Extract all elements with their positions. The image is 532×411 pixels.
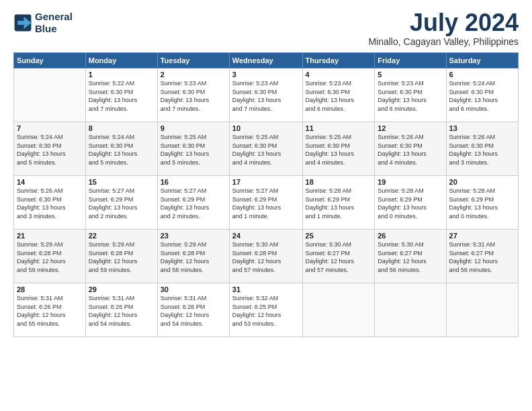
day-number: 29 [89,285,154,293]
day-number: 6 [449,71,515,79]
day-info: Sunrise: 5:31 AM Sunset: 6:27 PM Dayligh… [449,240,515,274]
calendar-day-cell: 30Sunrise: 5:31 AM Sunset: 6:26 PM Dayli… [157,283,229,337]
calendar-day-cell: 9Sunrise: 5:25 AM Sunset: 6:30 PM Daylig… [157,122,229,176]
day-number: 11 [306,124,372,132]
calendar-day-cell: 27Sunrise: 5:31 AM Sunset: 6:27 PM Dayli… [446,230,518,283]
calendar-day-cell: 5Sunrise: 5:23 AM Sunset: 6:30 PM Daylig… [375,68,446,122]
calendar-week-row: 14Sunrise: 5:26 AM Sunset: 6:30 PM Dayli… [14,176,519,230]
day-info: Sunrise: 5:27 AM Sunset: 6:29 PM Dayligh… [232,187,300,220]
page: General Blue July 2024 Minallo, Cagayan … [0,0,532,411]
day-info: Sunrise: 5:24 AM Sunset: 6:30 PM Dayligh… [17,133,83,167]
calendar-day-cell: 15Sunrise: 5:27 AM Sunset: 6:29 PM Dayli… [85,176,157,230]
weekday-header: Tuesday [157,53,229,68]
calendar-day-cell: 18Sunrise: 5:28 AM Sunset: 6:29 PM Dayli… [302,176,375,230]
day-number: 13 [449,124,515,132]
day-number: 3 [232,71,300,79]
calendar-day-cell: 2Sunrise: 5:23 AM Sunset: 6:30 PM Daylig… [157,68,229,122]
calendar-day-cell: 14Sunrise: 5:26 AM Sunset: 6:30 PM Dayli… [14,176,86,230]
day-number: 9 [161,124,226,132]
weekday-header: Friday [375,53,446,68]
calendar-day-cell: 17Sunrise: 5:27 AM Sunset: 6:29 PM Dayli… [229,176,302,230]
day-number: 1 [89,71,154,79]
day-info: Sunrise: 5:31 AM Sunset: 6:26 PM Dayligh… [17,294,83,328]
day-info: Sunrise: 5:31 AM Sunset: 6:26 PM Dayligh… [89,294,154,328]
day-number: 15 [89,178,154,186]
day-info: Sunrise: 5:26 AM Sunset: 6:30 PM Dayligh… [449,133,515,167]
calendar-day-cell: 4Sunrise: 5:23 AM Sunset: 6:30 PM Daylig… [302,68,375,122]
calendar-day-cell: 16Sunrise: 5:27 AM Sunset: 6:29 PM Dayli… [157,176,229,230]
day-number: 4 [306,71,372,79]
day-info: Sunrise: 5:23 AM Sunset: 6:30 PM Dayligh… [161,79,226,113]
day-number: 5 [378,71,443,79]
day-info: Sunrise: 5:32 AM Sunset: 6:25 PM Dayligh… [232,294,300,328]
calendar-day-cell [375,283,446,337]
day-number: 8 [89,124,154,132]
calendar-day-cell: 31Sunrise: 5:32 AM Sunset: 6:25 PM Dayli… [229,283,302,337]
day-number: 17 [232,178,300,186]
calendar-day-cell [14,68,86,122]
day-info: Sunrise: 5:25 AM Sunset: 6:30 PM Dayligh… [232,133,300,167]
calendar-week-row: 7Sunrise: 5:24 AM Sunset: 6:30 PM Daylig… [14,122,519,176]
day-info: Sunrise: 5:25 AM Sunset: 6:30 PM Dayligh… [306,133,372,167]
day-info: Sunrise: 5:27 AM Sunset: 6:29 PM Dayligh… [89,187,154,220]
calendar-week-row: 28Sunrise: 5:31 AM Sunset: 6:26 PM Dayli… [14,283,519,337]
logo: General Blue [13,11,73,35]
weekday-header: Thursday [302,53,375,68]
day-info: Sunrise: 5:29 AM Sunset: 6:28 PM Dayligh… [161,240,226,274]
day-info: Sunrise: 5:25 AM Sunset: 6:30 PM Dayligh… [161,133,226,167]
day-info: Sunrise: 5:30 AM Sunset: 6:28 PM Dayligh… [232,240,300,274]
calendar-day-cell [446,283,518,337]
day-info: Sunrise: 5:23 AM Sunset: 6:30 PM Dayligh… [306,79,372,113]
day-info: Sunrise: 5:29 AM Sunset: 6:28 PM Dayligh… [17,240,83,274]
day-info: Sunrise: 5:24 AM Sunset: 6:30 PM Dayligh… [89,133,154,167]
logo-icon [13,13,32,32]
calendar-day-cell: 26Sunrise: 5:30 AM Sunset: 6:27 PM Dayli… [375,230,446,283]
day-number: 24 [232,232,300,240]
calendar-day-cell: 6Sunrise: 5:24 AM Sunset: 6:30 PM Daylig… [446,68,518,122]
day-number: 20 [449,178,515,186]
day-info: Sunrise: 5:26 AM Sunset: 6:30 PM Dayligh… [378,133,443,167]
calendar-day-cell: 28Sunrise: 5:31 AM Sunset: 6:26 PM Dayli… [14,283,86,337]
calendar-day-cell: 12Sunrise: 5:26 AM Sunset: 6:30 PM Dayli… [375,122,446,176]
calendar-day-cell: 24Sunrise: 5:30 AM Sunset: 6:28 PM Dayli… [229,230,302,283]
day-info: Sunrise: 5:22 AM Sunset: 6:30 PM Dayligh… [89,79,154,113]
day-number: 18 [306,178,372,186]
day-number: 19 [378,178,443,186]
calendar-table: SundayMondayTuesdayWednesdayThursdayFrid… [13,52,519,337]
title-block: July 2024 Minallo, Cagayan Valley, Phili… [368,11,519,47]
day-number: 10 [232,124,300,132]
location-subtitle: Minallo, Cagayan Valley, Philippines [368,36,519,47]
day-number: 26 [378,232,443,240]
day-number: 22 [89,232,154,240]
weekday-header: Saturday [446,53,518,68]
day-info: Sunrise: 5:30 AM Sunset: 6:27 PM Dayligh… [378,240,443,274]
header: General Blue July 2024 Minallo, Cagayan … [13,11,519,47]
calendar-day-cell: 3Sunrise: 5:23 AM Sunset: 6:30 PM Daylig… [229,68,302,122]
day-number: 31 [232,285,300,293]
day-number: 14 [17,178,83,186]
day-number: 28 [17,285,83,293]
day-info: Sunrise: 5:27 AM Sunset: 6:29 PM Dayligh… [161,187,226,220]
day-info: Sunrise: 5:28 AM Sunset: 6:29 PM Dayligh… [378,187,443,220]
calendar-week-row: 1Sunrise: 5:22 AM Sunset: 6:30 PM Daylig… [14,68,519,122]
day-number: 2 [161,71,226,79]
day-info: Sunrise: 5:30 AM Sunset: 6:27 PM Dayligh… [306,240,372,274]
day-info: Sunrise: 5:23 AM Sunset: 6:30 PM Dayligh… [378,79,443,113]
day-info: Sunrise: 5:31 AM Sunset: 6:26 PM Dayligh… [161,294,226,328]
calendar-day-cell: 29Sunrise: 5:31 AM Sunset: 6:26 PM Dayli… [85,283,157,337]
weekday-header: Monday [85,53,157,68]
day-number: 27 [449,232,515,240]
day-number: 30 [161,285,226,293]
calendar-day-cell: 21Sunrise: 5:29 AM Sunset: 6:28 PM Dayli… [14,230,86,283]
calendar-day-cell: 13Sunrise: 5:26 AM Sunset: 6:30 PM Dayli… [446,122,518,176]
day-number: 25 [306,232,372,240]
logo-text: General Blue [35,11,73,35]
day-info: Sunrise: 5:28 AM Sunset: 6:29 PM Dayligh… [306,187,372,220]
day-info: Sunrise: 5:24 AM Sunset: 6:30 PM Dayligh… [449,79,515,113]
day-number: 12 [378,124,443,132]
calendar-day-cell: 1Sunrise: 5:22 AM Sunset: 6:30 PM Daylig… [85,68,157,122]
day-number: 16 [161,178,226,186]
month-title: July 2024 [368,11,519,35]
calendar-day-cell [302,283,375,337]
calendar-week-row: 21Sunrise: 5:29 AM Sunset: 6:28 PM Dayli… [14,230,519,283]
